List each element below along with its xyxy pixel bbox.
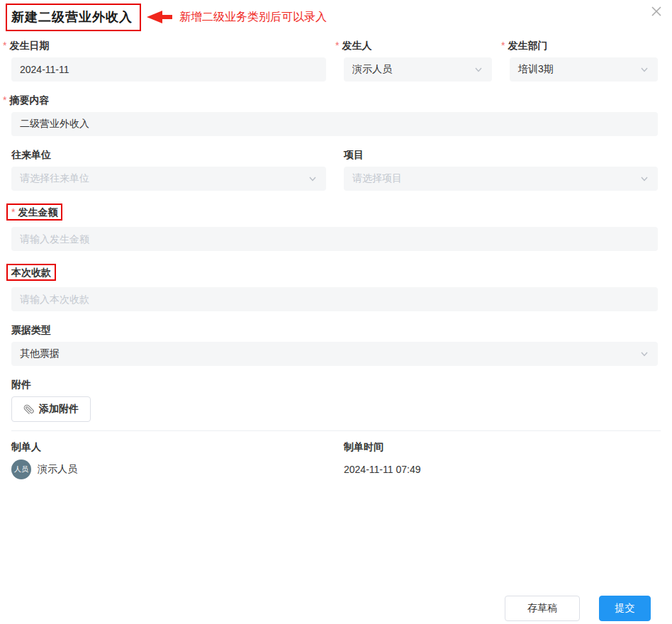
new-income-modal: 新建二级营业外收入 新增二级业务类别后可以录入 *发生日期 *发生人: [0, 0, 672, 624]
receipt-label: 本次收款: [11, 267, 51, 278]
chevron-down-icon: [308, 174, 318, 184]
counterparty-select[interactable]: 请选择往来单位: [11, 167, 326, 191]
bill-type-value: 其他票据: [20, 347, 639, 360]
occur-date-input[interactable]: [11, 57, 326, 82]
counterparty-label: 往来单位: [11, 149, 51, 160]
paperclip-icon: [23, 404, 34, 415]
receipt-highlight-box: 本次收款: [6, 264, 56, 281]
row-amount: *发生金额: [11, 204, 661, 251]
occur-dept-value: 培训3期: [518, 63, 639, 76]
occur-person-select[interactable]: 演示人员: [344, 57, 492, 82]
row-counterparty-project: 往来单位 请选择往来单位 项目 请选择项目: [11, 149, 661, 191]
summary-value[interactable]: [20, 112, 649, 136]
creator-label: 制单人: [11, 441, 41, 452]
bill-type-select[interactable]: 其他票据: [11, 342, 658, 366]
chevron-down-icon: [639, 349, 649, 359]
occur-date-label: 发生日期: [9, 40, 49, 51]
bill-type-label: 票据类型: [11, 324, 51, 335]
create-time-value: 2024-11-11 07:49: [344, 459, 658, 480]
project-placeholder: 请选择项目: [352, 172, 639, 185]
amount-highlight-box: *发生金额: [6, 204, 62, 221]
close-icon[interactable]: [649, 4, 663, 18]
avatar: 人员: [11, 459, 31, 479]
project-label: 项目: [344, 149, 364, 160]
project-select[interactable]: 请选择项目: [344, 167, 658, 191]
modal-header: 新建二级营业外收入 新增二级业务类别后可以录入: [0, 0, 672, 33]
annotation-arrow-icon: [147, 11, 162, 23]
save-draft-button[interactable]: 存草稿: [505, 596, 580, 621]
annotation-arrow-tail: [162, 15, 172, 19]
required-mark: *: [3, 94, 6, 106]
summary-input[interactable]: [11, 112, 658, 136]
occur-person-value: 演示人员: [352, 63, 474, 76]
annotation: 新增二级业务类别后可以录入: [147, 10, 327, 25]
section-divider: [11, 430, 661, 431]
amount-value[interactable]: [20, 227, 649, 251]
page-title: 新建二级营业外收入: [11, 10, 133, 24]
counterparty-placeholder: 请选择往来单位: [20, 172, 308, 185]
submit-button[interactable]: 提交: [599, 596, 651, 621]
creator-name: 演示人员: [38, 463, 77, 476]
annotation-text: 新增二级业务类别后可以录入: [179, 10, 327, 25]
occur-dept-select[interactable]: 培训3期: [510, 57, 658, 82]
title-highlight-box: 新建二级营业外收入: [6, 4, 141, 31]
required-mark: *: [335, 40, 339, 51]
receipt-input[interactable]: [11, 287, 658, 311]
occur-dept-label: 发生部门: [508, 40, 547, 51]
row-creator: 制单人 人员 演示人员 制单时间 2024-11-11 07:49: [11, 441, 661, 480]
row-bill-type: 票据类型 其他票据: [11, 324, 661, 366]
summary-label: 摘要内容: [9, 94, 49, 106]
occur-date-value[interactable]: [20, 57, 318, 82]
row-attachment: 附件 添加附件: [11, 379, 661, 422]
row-summary: *摘要内容: [11, 94, 661, 136]
row-occurrence: *发生日期 *发生人 演示人员: [11, 40, 661, 82]
create-time-label: 制单时间: [344, 441, 383, 452]
add-attachment-label: 添加附件: [39, 403, 79, 416]
modal-footer: 存草稿 提交: [505, 596, 651, 621]
add-attachment-button[interactable]: 添加附件: [11, 396, 91, 422]
required-mark: *: [11, 206, 15, 218]
receipt-value[interactable]: [20, 287, 649, 311]
amount-label: 发生金额: [18, 206, 57, 218]
chevron-down-icon: [474, 65, 483, 74]
occur-person-label: 发生人: [342, 40, 371, 51]
form-body: *发生日期 *发生人 演示人员: [0, 33, 672, 480]
chevron-down-icon: [639, 65, 649, 74]
amount-input[interactable]: [11, 227, 658, 251]
required-mark: *: [3, 40, 6, 51]
row-receipt: 本次收款: [11, 264, 661, 311]
required-mark: *: [501, 40, 505, 51]
attachment-label: 附件: [11, 379, 31, 390]
chevron-down-icon: [639, 174, 649, 184]
